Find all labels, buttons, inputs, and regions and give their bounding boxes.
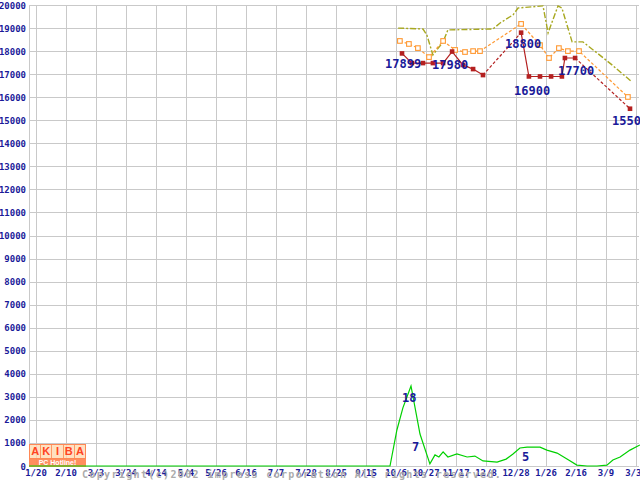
copyright-line1: Copyright(c)2002 impress corporation All… — [82, 468, 502, 480]
x-axis-tick-label: 2/10 — [55, 468, 77, 478]
akiba-logo-letter: B — [64, 445, 75, 458]
akiba-logo-letter: A — [75, 445, 85, 458]
y-axis-tick-label: 13000 — [0, 162, 26, 172]
y-axis-tick-label: 19000 — [0, 24, 26, 34]
y-axis-tick-label: 16000 — [0, 93, 26, 103]
y-axis-tick-label: 6000 — [4, 323, 26, 333]
y-axis-tick-label: 18000 — [0, 47, 26, 57]
y-axis-tick-label: 1000 — [4, 438, 26, 448]
akiba-logo-letter: I — [52, 445, 63, 458]
akiba-logo-letter: K — [41, 445, 52, 458]
x-axis-tick-label: 12/28 — [502, 468, 529, 478]
price-trend-chart-page: 0100020003000400050006000700080009000100… — [0, 0, 640, 480]
y-axis-tick-label: 20000 — [0, 1, 26, 11]
x-axis-tick-label: 1/26 — [535, 468, 557, 478]
y-axis-tick-label: 12000 — [0, 185, 26, 195]
y-axis-tick-label: 10000 — [0, 231, 26, 241]
akiba-logo-letter: A — [30, 445, 41, 458]
y-axis-tick-label: 7000 — [4, 300, 26, 310]
y-axis-tick-label: 15000 — [0, 116, 26, 126]
akiba-pc-hotline-logo: A K I B A PC Hotline! — [29, 444, 86, 467]
y-axis-tick-label: 17000 — [0, 70, 26, 80]
y-axis-tick-label: 11000 — [0, 208, 26, 218]
akiba-logo-letters: A K I B A — [29, 444, 86, 459]
akiba-logo-subtitle: PC Hotline! — [29, 459, 86, 467]
y-axis-tick-label: 5000 — [4, 346, 26, 356]
y-axis-tick-label: 14000 — [0, 139, 26, 149]
y-axis-tick-label: 8000 — [4, 277, 26, 287]
copyright-text: Copyright(c)2002 impress corporation All… — [82, 441, 502, 480]
chart-grid-layer: 0100020003000400050006000700080009000100… — [0, 0, 640, 480]
y-axis-tick-label: 3000 — [4, 392, 26, 402]
x-axis-tick-label: 2/16 — [565, 468, 587, 478]
x-axis-tick-label: 3/30 — [625, 468, 640, 478]
y-axis-tick-label: 2000 — [4, 415, 26, 425]
x-axis-tick-label: 3/9 — [598, 468, 614, 478]
x-axis-tick-label: 1/20 — [25, 468, 47, 478]
y-axis-tick-label: 9000 — [4, 254, 26, 264]
y-axis-tick-label: 4000 — [4, 369, 26, 379]
